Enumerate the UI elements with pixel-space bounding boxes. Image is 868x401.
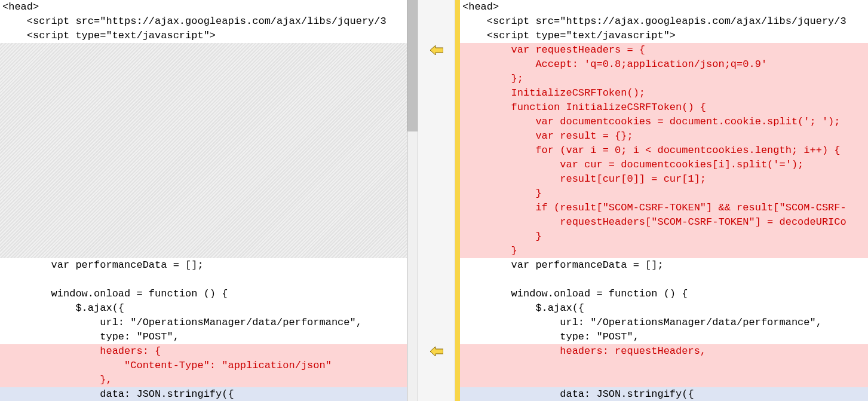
code-line-added: var cur = documentcookies[i].split('='); xyxy=(460,158,868,172)
code-line-changed: "Content-Type": "application/json" xyxy=(0,359,407,373)
code-line xyxy=(460,273,868,287)
code-line: data: JSON.stringify({ xyxy=(460,387,868,401)
code-line-added: } xyxy=(460,186,868,201)
code-line: <head> xyxy=(460,0,868,14)
code-line-added: var requestHeaders = { xyxy=(460,43,868,57)
code-line-added: requestHeaders["SCOM-CSRF-TOKEN"] = deco… xyxy=(460,215,868,229)
code-line-changed: }, xyxy=(0,373,407,387)
code-line: data: JSON.stringify({ xyxy=(0,387,407,401)
right-change-strip xyxy=(455,0,460,401)
merge-left-arrow-icon[interactable] xyxy=(430,45,444,56)
left-scrollbar-thumb[interactable] xyxy=(407,0,418,131)
merge-left-arrow-icon[interactable] xyxy=(430,346,444,357)
code-line-added: InitializeCSRFToken(); xyxy=(460,86,868,100)
left-scrollbar-track[interactable] xyxy=(407,0,418,401)
code-line: $.ajax({ xyxy=(460,301,868,316)
diff-gutter xyxy=(407,0,460,401)
code-line-added: result[cur[0]] = cur[1]; xyxy=(460,172,868,186)
code-line: var performanceData = []; xyxy=(460,258,868,273)
code-line: url: "/OperationsManager/data/performanc… xyxy=(460,316,868,330)
left-code-pane[interactable]: <head> <script src="https://ajax.googlea… xyxy=(0,0,407,401)
code-line xyxy=(0,273,407,287)
code-line: <head> xyxy=(0,0,407,14)
code-line: <script src="https://ajax.googleapis.com… xyxy=(460,14,868,29)
code-line: url: "/OperationsManager/data/performanc… xyxy=(0,316,407,330)
right-code-pane[interactable]: <head> <script src="https://ajax.googlea… xyxy=(460,0,868,401)
code-line: type: "POST", xyxy=(460,330,868,344)
code-line-added: var documentcookies = document.cookie.sp… xyxy=(460,115,868,129)
code-line-added: } xyxy=(460,244,868,258)
code-line-added: var result = {}; xyxy=(460,129,868,143)
code-line: window.onload = function () { xyxy=(460,287,868,301)
code-line-added: Accept: 'q=0.8;application/json;q=0.9' xyxy=(460,57,868,72)
code-line: var performanceData = []; xyxy=(0,258,407,273)
gutter-middle xyxy=(418,0,455,401)
diff-container: <head> <script src="https://ajax.googlea… xyxy=(0,0,868,401)
code-line-added: function InitializeCSRFToken() { xyxy=(460,100,868,115)
code-line-changed: headers: { xyxy=(0,344,407,359)
code-line: <script type="text/javascript"> xyxy=(0,29,407,43)
code-line-added: for (var i = 0; i < documentcookies.leng… xyxy=(460,143,868,158)
deleted-placeholder-block xyxy=(0,43,407,258)
code-line: <script type="text/javascript"> xyxy=(460,29,868,43)
code-line: <script src="https://ajax.googleapis.com… xyxy=(0,14,407,29)
code-line: type: "POST", xyxy=(0,330,407,344)
code-line: $.ajax({ xyxy=(0,301,407,316)
code-line: window.onload = function () { xyxy=(0,287,407,301)
code-line-added: }; xyxy=(460,72,868,86)
code-line-added: } xyxy=(460,229,868,244)
deleted-placeholder-block xyxy=(460,359,868,387)
code-line-changed: headers: requestHeaders, xyxy=(460,344,868,359)
code-line-added: if (result["SCOM-CSRF-TOKEN"] && result[… xyxy=(460,201,868,215)
